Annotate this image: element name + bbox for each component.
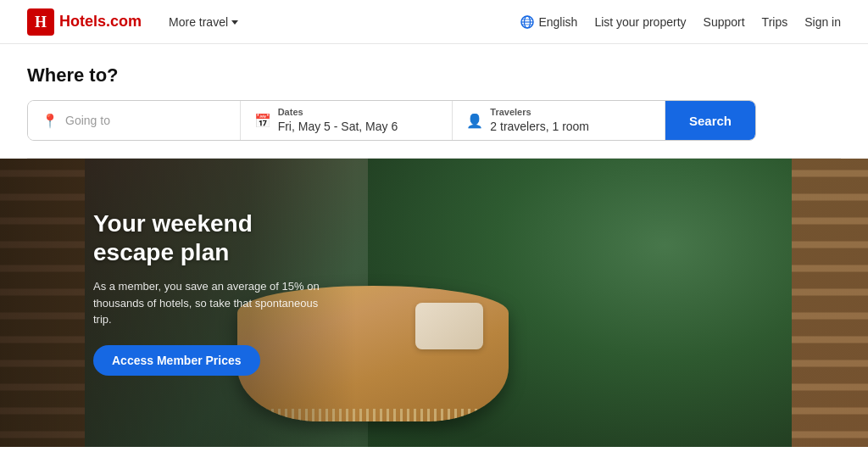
dates-value: Fri, May 5 - Sat, May 6 [278,119,398,134]
more-travel-label: More travel [169,15,228,29]
search-bar: 📍 Going to 📅 Dates Fri, May 5 - Sat, May… [27,100,756,141]
location-icon: 📍 [42,113,58,129]
destination-field[interactable]: 📍 Going to [28,101,241,140]
person-icon: 👤 [466,113,483,129]
hotels-logo-icon: H [27,8,54,36]
globe-icon [520,15,534,29]
search-title: Where to? [27,64,841,86]
brand-name: Hotels.com [59,13,142,31]
dates-field[interactable]: 📅 Dates Fri, May 5 - Sat, May 6 [241,101,453,140]
calendar-icon: 📅 [254,113,271,129]
travelers-label: Travelers [490,107,589,118]
hero-title: Your weekend escape plan [93,209,331,266]
sign-in-link[interactable]: Sign in [804,15,841,29]
dates-content: Dates Fri, May 5 - Sat, May 6 [278,107,398,133]
language-selector[interactable]: English [520,15,577,29]
travelers-field[interactable]: 👤 Travelers 2 travelers, 1 room [453,101,665,140]
hammock-pillow [415,303,483,349]
hero-content: Your weekend escape plan As a member, yo… [93,209,331,376]
dates-label: Dates [278,107,398,118]
nav-right: English List your property Support Trips… [520,15,841,29]
svg-text:H: H [35,14,47,31]
chevron-down-icon [231,20,238,25]
trips-link[interactable]: Trips [762,15,788,29]
right-blinds [792,159,868,447]
hero-banner: Your weekend escape plan As a member, yo… [0,159,868,447]
access-member-prices-button[interactable]: Access Member Prices [93,345,260,376]
destination-placeholder: Going to [65,113,110,128]
travelers-value: 2 travelers, 1 room [490,119,589,134]
travelers-content: Travelers 2 travelers, 1 room [490,107,589,133]
support-link[interactable]: Support [704,15,745,29]
navbar: H Hotels.com More travel English List yo… [0,0,868,44]
more-travel-menu[interactable]: More travel [162,10,245,34]
logo[interactable]: H Hotels.com [27,8,142,36]
hero-subtitle: As a member, you save an average of 15% … [93,278,331,328]
list-property-link[interactable]: List your property [594,15,686,29]
language-label: English [538,15,577,29]
search-section: Where to? 📍 Going to 📅 Dates Fri, May 5 … [0,44,868,158]
search-button[interactable]: Search [665,101,755,140]
